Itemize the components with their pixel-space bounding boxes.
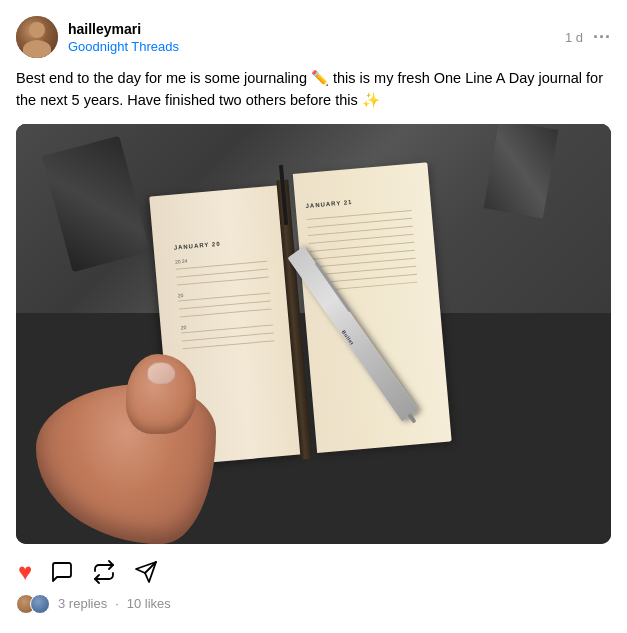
like-button[interactable]: ♥ — [18, 558, 32, 586]
replies-count[interactable]: 3 replies — [58, 596, 107, 611]
page-line — [311, 265, 416, 275]
page-line — [306, 209, 411, 219]
page-line — [309, 241, 414, 251]
post-header: hailleymari Goodnight Threads 1 d ··· — [16, 16, 611, 58]
page-line — [179, 300, 271, 309]
reply-avatar-2 — [30, 594, 50, 614]
post-header-right: 1 d ··· — [565, 27, 611, 48]
more-options-button[interactable]: ··· — [593, 27, 611, 48]
share-button[interactable] — [134, 560, 158, 584]
thumb — [126, 354, 196, 434]
post-header-left: hailleymari Goodnight Threads — [16, 16, 179, 58]
footer-separator: · — [115, 596, 119, 611]
username: hailleymari — [68, 20, 179, 38]
page-line — [176, 276, 268, 285]
repost-icon — [92, 560, 116, 584]
page-line — [310, 257, 415, 267]
page-line — [181, 332, 273, 341]
page-date-right: JANUARY 21 — [305, 192, 422, 208]
post-image-container: JANUARY 20 20 24 20 20 — [16, 124, 611, 544]
share-icon — [134, 560, 158, 584]
post-image: JANUARY 20 20 24 20 20 — [16, 124, 611, 544]
hand — [36, 384, 216, 544]
avatar[interactable] — [16, 16, 58, 58]
community-link[interactable]: Goodnight Threads — [68, 39, 179, 54]
page-line — [179, 308, 271, 317]
repost-button[interactable] — [92, 560, 116, 584]
page-date-left: JANUARY 20 — [173, 235, 275, 250]
user-info: hailleymari Goodnight Threads — [68, 20, 179, 53]
post-container: hailleymari Goodnight Threads 1 d ··· Be… — [16, 16, 611, 614]
post-body: Best end to the day for me is some journ… — [16, 68, 611, 112]
page-line — [308, 225, 413, 235]
page-line — [307, 217, 412, 227]
page-left-content: JANUARY 20 20 24 20 20 — [149, 185, 293, 366]
comment-button[interactable] — [50, 560, 74, 584]
post-footer: 3 replies · 10 likes — [16, 594, 611, 614]
page-line — [308, 233, 413, 243]
footer-avatars — [16, 594, 50, 614]
likes-count[interactable]: 10 likes — [127, 596, 171, 611]
page-right: JANUARY 21 — [292, 162, 451, 453]
fingernail — [147, 362, 175, 384]
comment-icon — [50, 560, 74, 584]
heart-icon: ♥ — [18, 558, 32, 586]
action-bar: ♥ — [16, 558, 611, 586]
page-line — [176, 268, 268, 277]
timestamp: 1 d — [565, 30, 583, 45]
journal-scene: JANUARY 20 20 24 20 20 — [16, 124, 611, 544]
page-line — [182, 340, 274, 349]
page-line — [310, 249, 415, 259]
